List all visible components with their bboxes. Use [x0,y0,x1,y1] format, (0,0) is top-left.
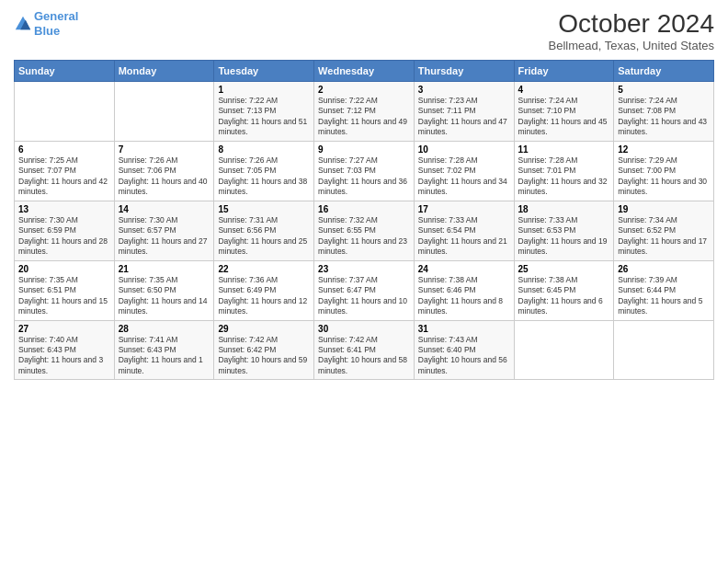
logo-icon [14,15,32,33]
day-number: 31 [418,324,510,334]
day-number: 3 [418,85,510,95]
day-number: 22 [218,264,310,274]
calendar-week-2: 6Sunrise: 7:25 AM Sunset: 7:07 PM Daylig… [15,141,714,201]
day-number: 11 [518,144,610,155]
day-number: 27 [18,324,110,334]
calendar-cell: 14Sunrise: 7:30 AM Sunset: 6:57 PM Dayli… [114,201,214,260]
calendar-cell: 27Sunrise: 7:40 AM Sunset: 6:43 PM Dayli… [15,320,115,380]
day-number: 30 [318,324,410,334]
day-number: 14 [119,204,210,214]
calendar-cell: 4Sunrise: 7:24 AM Sunset: 7:10 PM Daylig… [514,82,614,142]
day-info: Sunrise: 7:26 AM Sunset: 7:06 PM Dayligh… [119,155,210,198]
day-info: Sunrise: 7:24 AM Sunset: 7:08 PM Dayligh… [618,96,710,138]
day-info: Sunrise: 7:36 AM Sunset: 6:49 PM Dayligh… [218,275,310,317]
day-info: Sunrise: 7:37 AM Sunset: 6:47 PM Dayligh… [318,275,410,317]
day-number: 16 [318,204,410,214]
calendar-cell: 15Sunrise: 7:31 AM Sunset: 6:56 PM Dayli… [214,201,314,260]
col-friday: Friday [514,61,614,82]
day-info: Sunrise: 7:43 AM Sunset: 6:40 PM Dayligh… [418,335,510,377]
calendar-week-1: 1Sunrise: 7:22 AM Sunset: 7:13 PM Daylig… [15,82,714,142]
calendar-cell: 16Sunrise: 7:32 AM Sunset: 6:55 PM Dayli… [314,201,415,260]
calendar-week-4: 20Sunrise: 7:35 AM Sunset: 6:51 PM Dayli… [15,260,714,320]
day-number: 23 [318,264,410,274]
col-monday: Monday [114,61,214,82]
calendar-cell: 25Sunrise: 7:38 AM Sunset: 6:45 PM Dayli… [514,260,614,320]
day-info: Sunrise: 7:30 AM Sunset: 6:57 PM Dayligh… [119,215,210,258]
main-title: October 2024 [549,9,714,39]
day-info: Sunrise: 7:33 AM Sunset: 6:54 PM Dayligh… [418,215,510,258]
col-saturday: Saturday [614,61,714,82]
day-number: 29 [218,324,310,334]
header-row: Sunday Monday Tuesday Wednesday Thursday… [15,61,714,82]
day-info: Sunrise: 7:33 AM Sunset: 6:53 PM Dayligh… [518,215,610,258]
day-info: Sunrise: 7:22 AM Sunset: 7:12 PM Dayligh… [318,96,410,138]
day-info: Sunrise: 7:29 AM Sunset: 7:00 PM Dayligh… [618,155,710,198]
day-info: Sunrise: 7:28 AM Sunset: 7:01 PM Dayligh… [518,155,610,198]
day-info: Sunrise: 7:38 AM Sunset: 6:45 PM Dayligh… [518,275,610,317]
calendar-cell: 6Sunrise: 7:25 AM Sunset: 7:07 PM Daylig… [15,141,115,201]
day-number: 19 [618,204,710,214]
day-info: Sunrise: 7:42 AM Sunset: 6:42 PM Dayligh… [218,335,310,377]
calendar-cell: 26Sunrise: 7:39 AM Sunset: 6:44 PM Dayli… [614,260,714,320]
day-info: Sunrise: 7:32 AM Sunset: 6:55 PM Dayligh… [318,215,410,258]
calendar-cell [114,82,214,142]
calendar-cell: 13Sunrise: 7:30 AM Sunset: 6:59 PM Dayli… [15,201,115,260]
day-info: Sunrise: 7:35 AM Sunset: 6:50 PM Dayligh… [119,275,210,317]
logo-text: General Blue [34,9,78,38]
header: General Blue October 2024 Bellmead, Texa… [14,9,714,52]
calendar-cell: 20Sunrise: 7:35 AM Sunset: 6:51 PM Dayli… [15,260,115,320]
calendar-cell: 3Sunrise: 7:23 AM Sunset: 7:11 PM Daylig… [414,82,514,142]
day-number: 20 [18,264,110,274]
page: General Blue October 2024 Bellmead, Texa… [0,0,728,563]
day-number: 6 [18,144,110,155]
day-info: Sunrise: 7:35 AM Sunset: 6:51 PM Dayligh… [18,275,110,317]
calendar-cell [15,82,115,142]
calendar-cell: 17Sunrise: 7:33 AM Sunset: 6:54 PM Dayli… [414,201,514,260]
day-info: Sunrise: 7:22 AM Sunset: 7:13 PM Dayligh… [218,96,310,138]
calendar-cell: 31Sunrise: 7:43 AM Sunset: 6:40 PM Dayli… [414,320,514,380]
day-info: Sunrise: 7:41 AM Sunset: 6:43 PM Dayligh… [119,335,210,377]
calendar-cell: 23Sunrise: 7:37 AM Sunset: 6:47 PM Dayli… [314,260,415,320]
calendar-cell: 29Sunrise: 7:42 AM Sunset: 6:42 PM Dayli… [214,320,314,380]
day-number: 21 [119,264,210,274]
calendar-body: 1Sunrise: 7:22 AM Sunset: 7:13 PM Daylig… [15,82,714,380]
day-number: 24 [418,264,510,274]
calendar-cell: 30Sunrise: 7:42 AM Sunset: 6:41 PM Dayli… [314,320,415,380]
day-number: 4 [518,85,610,95]
calendar-cell [614,320,714,380]
day-info: Sunrise: 7:40 AM Sunset: 6:43 PM Dayligh… [18,335,110,377]
day-info: Sunrise: 7:28 AM Sunset: 7:02 PM Dayligh… [418,155,510,198]
calendar-cell: 5Sunrise: 7:24 AM Sunset: 7:08 PM Daylig… [614,82,714,142]
day-number: 5 [618,85,710,95]
day-info: Sunrise: 7:24 AM Sunset: 7:10 PM Dayligh… [518,96,610,138]
day-info: Sunrise: 7:38 AM Sunset: 6:46 PM Dayligh… [418,275,510,317]
subtitle: Bellmead, Texas, United States [549,39,714,52]
day-number: 9 [318,144,410,155]
logo-blue: Blue [34,24,60,38]
calendar-cell: 24Sunrise: 7:38 AM Sunset: 6:46 PM Dayli… [414,260,514,320]
day-info: Sunrise: 7:26 AM Sunset: 7:05 PM Dayligh… [218,155,310,198]
calendar-table: Sunday Monday Tuesday Wednesday Thursday… [14,60,714,380]
day-number: 1 [218,85,310,95]
calendar-cell: 7Sunrise: 7:26 AM Sunset: 7:06 PM Daylig… [114,141,214,201]
calendar-cell: 9Sunrise: 7:27 AM Sunset: 7:03 PM Daylig… [314,141,415,201]
day-number: 10 [418,144,510,155]
calendar-cell: 2Sunrise: 7:22 AM Sunset: 7:12 PM Daylig… [314,82,415,142]
logo: General Blue [14,9,78,38]
logo-general: General [34,9,78,23]
calendar-header: Sunday Monday Tuesday Wednesday Thursday… [15,61,714,82]
title-block: October 2024 Bellmead, Texas, United Sta… [549,9,714,52]
calendar-cell: 21Sunrise: 7:35 AM Sunset: 6:50 PM Dayli… [114,260,214,320]
day-info: Sunrise: 7:31 AM Sunset: 6:56 PM Dayligh… [218,215,310,258]
day-info: Sunrise: 7:30 AM Sunset: 6:59 PM Dayligh… [18,215,110,258]
col-wednesday: Wednesday [314,61,415,82]
day-info: Sunrise: 7:27 AM Sunset: 7:03 PM Dayligh… [318,155,410,198]
calendar-cell: 10Sunrise: 7:28 AM Sunset: 7:02 PM Dayli… [414,141,514,201]
day-number: 17 [418,204,510,214]
calendar-cell: 12Sunrise: 7:29 AM Sunset: 7:00 PM Dayli… [614,141,714,201]
day-number: 28 [119,324,210,334]
day-number: 25 [518,264,610,274]
day-number: 26 [618,264,710,274]
day-info: Sunrise: 7:23 AM Sunset: 7:11 PM Dayligh… [418,96,510,138]
calendar-cell: 1Sunrise: 7:22 AM Sunset: 7:13 PM Daylig… [214,82,314,142]
